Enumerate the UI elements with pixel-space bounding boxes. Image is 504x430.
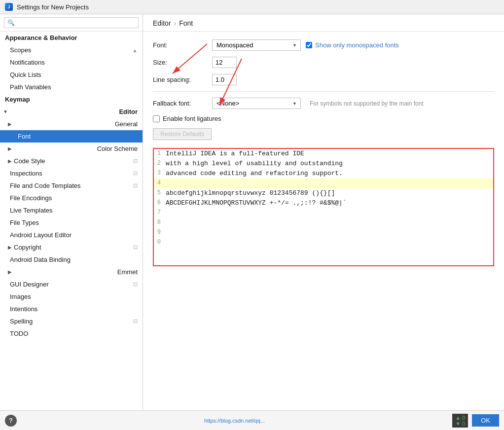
ligatures-row[interactable]: Enable font ligatures	[153, 115, 494, 122]
line-content: with a high level of usability and outst…	[163, 159, 493, 169]
sidebar-item-notifications[interactable]: Notifications	[0, 56, 143, 69]
sidebar-item-font[interactable]: Font	[0, 130, 143, 143]
show-monospaced-checkbox[interactable]	[306, 42, 312, 48]
sidebar-item-quick-lists[interactable]: Quick Lists	[0, 69, 143, 81]
inspections-copy-icon: ⊡	[133, 170, 138, 177]
enable-ligatures-label: Enable font ligatures	[163, 115, 221, 122]
preview-line: 7	[154, 208, 493, 218]
line-content	[163, 179, 493, 188]
sidebar-item-intentions[interactable]: Intentions	[0, 303, 143, 315]
preview-line: 9	[154, 228, 493, 238]
sidebar-section: Appearance & Behavior Scopes ▲ Notificat…	[0, 32, 143, 410]
fallback-font-dropdown-wrapper[interactable]: <None>	[212, 98, 301, 109]
fallback-font-label: Fallback font:	[153, 100, 207, 107]
line-number: 4	[154, 179, 163, 188]
line-number: 8	[154, 218, 163, 228]
help-button[interactable]: ?	[5, 415, 17, 427]
content-header: Editor › Font	[143, 14, 504, 32]
sidebar-item-images[interactable]: Images	[0, 290, 143, 303]
bottom-bar: ? https://blog.csdn.net/qq... ▲ 0 ▼ 0 OK	[0, 410, 504, 430]
scroll-indicator: ▲	[132, 47, 138, 53]
line-content: IntelliJ IDEA is a full-featured IDE	[163, 149, 493, 159]
sidebar-item-file-encodings[interactable]: File Encodings	[0, 192, 143, 204]
fallback-hint: For symbols not supported by the main fo…	[310, 100, 424, 107]
sidebar-item-file-and-code-templates[interactable]: File and Code Templates ⊡	[0, 179, 143, 192]
bottom-link: https://blog.csdn.net/qq...	[204, 418, 265, 424]
sidebar-item-gui-designer[interactable]: GUI Designer ⊡	[0, 278, 143, 290]
sidebar-item-color-scheme[interactable]: ▶ Color Scheme	[0, 143, 143, 155]
search-box[interactable]	[0, 14, 143, 32]
copyright-arrow: ▶	[8, 245, 12, 250]
content-body: Font: Monospaced Show only monospaced fo…	[143, 32, 504, 410]
editor-collapse-arrow: ▼	[3, 109, 8, 114]
sidebar-item-inspections[interactable]: Inspections ⊡	[0, 167, 143, 179]
preview-line: 0	[154, 238, 493, 248]
size-row: Size:	[153, 57, 494, 68]
sidebar-item-path-variables[interactable]: Path Variables	[0, 81, 143, 93]
line-number: 0	[154, 238, 163, 248]
search-input[interactable]	[4, 17, 139, 28]
sidebar-item-appearance-behavior[interactable]: Appearance & Behavior	[0, 32, 143, 44]
preview-line: 5abcdefghijklmnopqrstuvwxyz 0123456789 (…	[154, 188, 493, 198]
separator	[153, 91, 494, 92]
sidebar-item-scopes[interactable]: Scopes ▲	[0, 44, 143, 56]
general-expand-arrow: ▶	[8, 121, 12, 127]
gui-designer-copy-icon: ⊡	[133, 281, 138, 287]
code-style-arrow: ▶	[8, 158, 12, 164]
breadcrumb-editor: Editor	[153, 19, 171, 27]
show-monospaced-checkbox-label[interactable]: Show only monospaced fonts	[306, 41, 399, 49]
code-style-copy-icon: ⊡	[133, 158, 138, 164]
line-number: 5	[154, 188, 163, 198]
line-content	[163, 238, 493, 248]
sidebar-item-general[interactable]: ▶ General	[0, 118, 143, 130]
font-label: Font:	[153, 41, 207, 49]
preview-line: 6ABCDEFGHIJKLMNOPQRSTUVWXYZ +-*/= .,;:!?…	[154, 198, 493, 208]
sidebar-item-android-layout-editor[interactable]: Android Layout Editor	[0, 229, 143, 241]
font-preview-area: 1IntelliJ IDEA is a full-featured IDE2wi…	[153, 148, 494, 266]
size-label: Size:	[153, 59, 207, 66]
line-number: 3	[154, 169, 163, 179]
sidebar-item-spelling[interactable]: Spelling ⊡	[0, 315, 143, 327]
breadcrumb-font: Font	[179, 19, 193, 27]
sidebar: Appearance & Behavior Scopes ▲ Notificat…	[0, 14, 143, 410]
sidebar-item-copyright[interactable]: ▶ Copyright ⊡	[0, 241, 143, 253]
line-content	[163, 228, 493, 238]
enable-ligatures-checkbox[interactable]	[153, 115, 160, 122]
content-area: Editor › Font Font: Monospaced Show	[143, 14, 504, 410]
sidebar-item-editor-group[interactable]: ▼ Editor	[0, 106, 143, 118]
main-layout: Appearance & Behavior Scopes ▲ Notificat…	[0, 14, 504, 410]
breadcrumb-separator: ›	[174, 19, 177, 27]
sidebar-label: Appearance & Behavior	[5, 34, 77, 41]
color-scheme-arrow: ▶	[8, 146, 12, 151]
sidebar-item-code-style[interactable]: ▶ Code Style ⊡	[0, 155, 143, 167]
sidebar-item-file-types[interactable]: File Types	[0, 216, 143, 229]
line-number: 9	[154, 228, 163, 238]
font-select[interactable]: Monospaced	[212, 39, 301, 51]
fallback-font-select[interactable]: <None>	[212, 98, 301, 109]
sidebar-item-emmet[interactable]: ▶ Emmet	[0, 266, 143, 278]
copyright-copy-icon: ⊡	[133, 244, 138, 251]
fallback-font-row: Fallback font: <None> For symbols not su…	[153, 98, 494, 109]
sidebar-item-keymap[interactable]: Keymap	[0, 93, 143, 106]
line-content: abcdefghijklmnopqrstuvwxyz 0123456789 ()…	[163, 188, 493, 198]
content-wrapper: Editor › Font Font: Monospaced Show	[143, 14, 504, 410]
sidebar-item-todo[interactable]: TODO	[0, 327, 143, 340]
font-dropdown-wrapper[interactable]: Monospaced	[212, 39, 301, 51]
preview-line: 1IntelliJ IDEA is a full-featured IDE	[154, 149, 493, 159]
line-content: ABCDEFGHIJKLMNOPQRSTUVWXYZ +-*/= .,;:!? …	[163, 198, 493, 208]
sidebar-item-live-templates[interactable]: Live Templates	[0, 204, 143, 216]
line-number: 2	[154, 159, 163, 169]
line-spacing-input[interactable]	[212, 74, 237, 85]
line-number: 7	[154, 208, 163, 218]
file-templates-copy-icon: ⊡	[133, 182, 138, 189]
restore-defaults-button[interactable]: Restore Defaults	[153, 128, 212, 140]
preview-line: 3advanced code editing and refactoring s…	[154, 169, 493, 179]
sidebar-item-android-data-binding[interactable]: Android Data Binding	[0, 253, 143, 266]
app-icon: J	[5, 3, 13, 11]
line-number: 6	[154, 198, 163, 208]
line-number: 1	[154, 149, 163, 159]
line-content	[163, 218, 493, 228]
size-input[interactable]	[212, 57, 237, 68]
show-monospaced-label: Show only monospaced fonts	[315, 41, 399, 49]
ok-button[interactable]: OK	[472, 414, 499, 427]
